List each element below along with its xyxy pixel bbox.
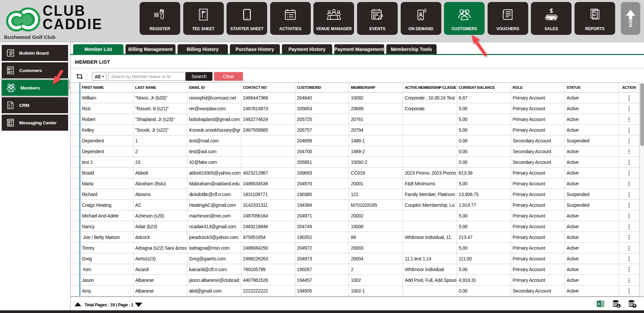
kebab-menu-icon[interactable] [629,213,630,218]
column-header-customerid[interactable]: CUSTOMERID [295,82,349,92]
row-action-menu[interactable] [619,135,640,146]
column-header-email-id[interactable]: EMAIL ID [187,82,241,92]
row-action-menu[interactable] [619,189,640,200]
cell-email: joeadcock3@yahoo.com [187,232,241,243]
kebab-menu-icon[interactable] [629,138,630,143]
kebab-menu-icon[interactable] [629,171,630,176]
nav-button-reports[interactable]: REPORTS [575,2,615,35]
cell-email: kaicardi@cfl.rr.com [187,264,241,275]
tab-payment-history[interactable]: Payment History [282,44,332,54]
scroll-top-button[interactable] [621,2,640,35]
sidebar-item-crm[interactable]: CRM [2,97,68,113]
clear-button[interactable]: Clear [214,72,243,81]
row-action-menu[interactable] [619,157,640,168]
kebab-menu-icon[interactable] [629,160,630,165]
kebab-menu-icon[interactable] [629,149,630,154]
column-header-current-balance[interactable]: CURRENT BALANCE [457,82,511,92]
tab-membership-tools[interactable]: Membership Tools [386,44,437,54]
excel-export-icon[interactable]: X [596,300,604,308]
nav-button-activities[interactable]: ACTIVITIES [270,2,311,35]
column-header-first-name[interactable]: FIRST NAME [80,82,134,92]
database-upload-icon[interactable] [628,300,636,308]
kebab-menu-icon[interactable] [629,117,630,122]
row-action-menu[interactable] [619,125,640,135]
cell-last-name: "Shapland, Jr (s23)" [134,114,188,125]
row-action-menu[interactable] [619,210,640,221]
cell-contact-no [241,157,295,168]
table-vertical-scrollbar[interactable] [640,82,644,297]
table-row: KenAicardikaicardi@cfl.rr.com78010579919… [70,264,640,275]
tab-purchase-history[interactable]: Purchase History [230,44,280,54]
row-action-menu[interactable] [619,264,640,275]
database-download-icon[interactable] [612,300,620,308]
tab-billing-management[interactable]: Billing Management [126,44,176,54]
previous-page-icon[interactable] [75,302,81,306]
row-action-menu[interactable] [619,168,640,178]
nav-button-register[interactable]: REGISTER [140,2,180,35]
kebab-menu-icon[interactable] [629,106,630,111]
tab-billing-history[interactable]: Billing History [178,44,228,54]
sidebar-item-customers[interactable]: Customers [2,62,68,78]
row-action-menu[interactable] [619,253,640,264]
column-header-membership[interactable]: MEMBERSHIP [349,82,403,92]
cell-role: Secondary Account [511,146,565,157]
search-input[interactable] [108,72,186,81]
row-action-menu[interactable] [619,114,640,125]
nav-button-tee-sheet[interactable]: TEE SHEET [183,2,224,35]
kebab-menu-icon[interactable] [629,192,630,197]
row-action-menu[interactable] [619,146,640,157]
cell-role: Primary Account [511,103,565,114]
kebab-menu-icon[interactable] [629,128,630,133]
voucher-news-icon [500,7,515,22]
column-header-active-membership-classes[interactable]: ACTIVE MEMBERSHIP CLASSE [403,82,457,92]
column-header-role[interactable]: ROLE [511,82,565,92]
cell-status: Active [565,114,619,125]
nav-button-events[interactable]: EVENTS [357,2,398,35]
tab-member-list[interactable]: Member List [73,44,123,54]
sidebar-item-bulletin-board[interactable]: Bulletin Board [2,45,68,61]
kebab-menu-icon[interactable] [629,278,630,283]
kebab-menu-icon[interactable] [629,267,630,272]
row-action-menu[interactable] [619,221,640,232]
kebab-menu-icon[interactable] [629,224,630,229]
scrollbar-thumb[interactable] [640,83,644,146]
row-action-menu[interactable] [619,275,640,286]
cell-membership: 1002 [349,275,403,286]
column-header-action[interactable]: ACTION [619,82,640,92]
nav-button-starter-sheet[interactable]: STARTER SHEET [227,2,267,35]
nav-button-sales[interactable]: SALES [531,2,572,35]
nav-button-vouchers[interactable]: VOUCHERS [488,2,528,35]
row-action-menu[interactable] [619,286,640,296]
kebab-menu-icon[interactable] [629,96,630,101]
search-button[interactable]: Search [186,72,212,81]
row-action-menu[interactable] [619,103,640,114]
kebab-menu-icon[interactable] [629,235,630,240]
refresh-icon[interactable] [76,73,83,80]
column-header-last-name[interactable]: LAST NAME [134,82,188,92]
cell-last-name: 2 [134,146,188,157]
cell-current-balance: 4,918.31 [457,275,511,286]
kebab-menu-icon[interactable] [629,203,630,208]
checklist-doc-icon [5,100,15,110]
kebab-menu-icon[interactable] [629,289,630,294]
row-action-menu[interactable] [619,232,640,243]
sidebar-item-messaging-center[interactable]: Messaging Center [2,115,68,131]
kebab-menu-icon[interactable] [629,246,630,251]
nav-button-venue-manager[interactable]: VENUE MANAGER [313,2,354,35]
cell-last-name: 1 [134,135,188,146]
row-action-menu[interactable] [619,92,640,103]
tab-payment-management[interactable]: Payment Management [334,44,385,54]
filter-select[interactable]: All [92,72,106,81]
nav-button-on-demand[interactable]: ON DEMAND [401,2,441,35]
column-header-status[interactable]: STATUS [565,82,619,92]
nav-button-customers[interactable]: CUSTOMERS [444,2,485,35]
sidebar-item-members[interactable]: Members [2,80,68,96]
cell-email: abbott19305@yahoo.com [187,168,241,178]
next-page-icon[interactable] [135,303,142,307]
row-action-menu[interactable] [619,178,640,189]
row-action-menu[interactable] [619,243,640,253]
row-action-menu[interactable] [619,200,640,210]
kebab-menu-icon[interactable] [629,181,630,186]
kebab-menu-icon[interactable] [629,256,630,261]
column-header-contact-no[interactable]: CONTACT NO [241,82,295,92]
